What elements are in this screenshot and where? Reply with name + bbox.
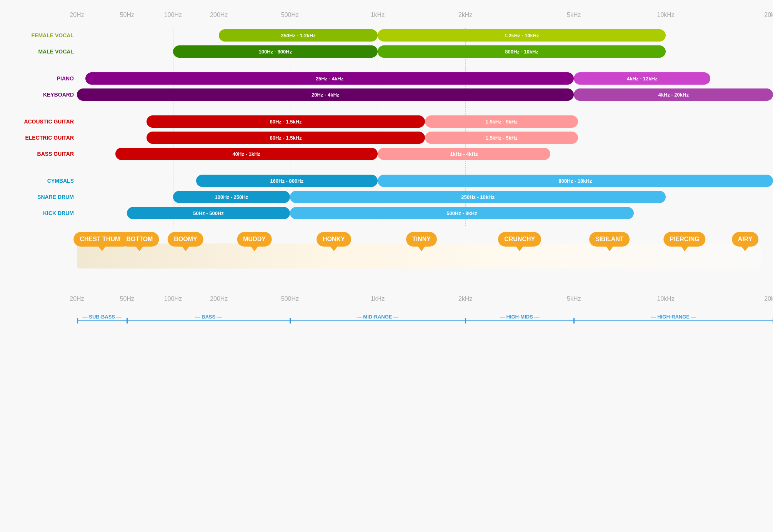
bottom-freq-label: 500Hz — [281, 295, 299, 302]
tone-bubble-tail — [681, 247, 688, 251]
bar-segment: 80Hz - 1.5kHz — [147, 132, 425, 144]
range-label: — MID-RANGE — — [357, 314, 398, 320]
bar-segment: 100Hz - 250Hz — [173, 191, 290, 203]
tone-bubble-label: AIRY — [732, 232, 759, 247]
instrument-label: FEMALE VOCAL — [32, 32, 74, 38]
group-spacer — [8, 60, 765, 71]
bar-segment: 800Hz - 10kHz — [378, 45, 666, 58]
instrument-row: MALE VOCAL100Hz - 800Hz800Hz - 10kHz — [77, 44, 761, 59]
tone-bubble-tail — [98, 247, 105, 251]
tone-bubble-tail — [516, 247, 523, 251]
bottom-freq-label: 2kHz — [458, 295, 472, 302]
bar-segment: 160Hz - 800Hz — [196, 175, 378, 187]
instrument-row: KEYBOARD20Hz - 4kHz4kHz - 20kHz — [77, 87, 761, 102]
tone-bubble: SIBILANT — [589, 232, 630, 251]
instrument-label: PIANO — [57, 75, 74, 82]
tone-bubble: MUDDY — [237, 232, 272, 251]
bottom-freq-label: 20kHz — [764, 295, 773, 302]
tone-bubble-label: HONKY — [317, 232, 351, 247]
bar-segment: 1.5kHz - 5kHz — [425, 115, 578, 128]
bar-segment: 20Hz - 4kHz — [77, 88, 574, 101]
tone-bubble: BOOMY — [168, 232, 203, 251]
bar-segment: 25Hz - 4kHz — [85, 72, 574, 85]
instrument-rows: FEMALE VOCAL250Hz - 1.2kHz1.2kHz - 10kHz… — [8, 28, 765, 220]
group-spacer — [8, 103, 765, 114]
bottom-freq-label: 50Hz — [120, 295, 134, 302]
bottom-freq-label: 1kHz — [371, 295, 385, 302]
bottom-freq-label: 5kHz — [567, 295, 581, 302]
tone-bubble: BOTTOM — [120, 232, 159, 251]
bottom-freq-label: 200Hz — [210, 295, 228, 302]
tone-bubble-tail — [742, 247, 749, 251]
bar-segment: 50Hz - 500Hz — [127, 207, 290, 219]
bar-segment: 4kHz - 20kHz — [574, 88, 773, 101]
top-freq-label: 1kHz — [371, 12, 385, 18]
group-spacer — [8, 163, 765, 173]
instrument-label: ELECTRIC GUITAR — [25, 135, 74, 141]
tone-bubble: CRUNCHY — [498, 232, 541, 251]
range-arrow — [290, 320, 465, 321]
range-arrow — [127, 320, 290, 321]
tone-bubble-label: BOOMY — [168, 232, 203, 247]
instrument-row: SNARE DRUM100Hz - 250Hz250Hz - 10kHz — [77, 190, 761, 204]
top-freq-label: 20kHz — [764, 12, 773, 18]
top-freq-label: 50Hz — [120, 12, 134, 18]
bar-segment: 4kHz - 12kHz — [574, 72, 710, 85]
top-freq-axis: 20Hz50Hz100Hz200Hz500Hz1kHz2kHz5kHz10kHz… — [77, 12, 761, 25]
bottom-freq-label: 10kHz — [657, 295, 675, 302]
range-label: — HIGH-RANGE — — [651, 314, 696, 320]
instrument-label: ACOUSTIC GUITAR — [24, 118, 74, 125]
range-label: — BASS — — [195, 314, 222, 320]
top-freq-label: 2kHz — [458, 12, 472, 18]
main-chart: FEMALE VOCAL250Hz - 1.2kHz1.2kHz - 10kHz… — [8, 28, 765, 220]
instrument-row: BASS GUITAR40Hz - 1kHz1kHz - 4kHz — [77, 147, 761, 161]
bar-segment: 80Hz - 1.5kHz — [147, 115, 425, 128]
bar-segment: 40Hz - 1kHz — [115, 148, 378, 160]
tone-bubble-label: BOTTOM — [120, 232, 159, 247]
instrument-label: KEYBOARD — [43, 92, 74, 98]
tone-bubble-label: TINNY — [406, 232, 437, 247]
tone-bubble: PIERCING — [663, 232, 705, 251]
instrument-label: CYMBALS — [47, 178, 74, 184]
bar-segment: 500Hz - 8kHz — [290, 207, 634, 219]
tone-bubble-label: MUDDY — [237, 232, 272, 247]
instrument-row: CYMBALS160Hz - 800Hz800Hz - 18kHz — [77, 173, 761, 188]
bar-segment: 1.2kHz - 10kHz — [378, 29, 666, 42]
instrument-row: FEMALE VOCAL250Hz - 1.2kHz1.2kHz - 10kHz — [77, 28, 761, 43]
instrument-row: PIANO25Hz - 4kHz4kHz - 12kHz — [77, 71, 761, 86]
top-freq-label: 20Hz — [70, 12, 84, 18]
instrument-row: ACOUSTIC GUITAR80Hz - 1.5kHz1.5kHz - 5kH… — [77, 114, 761, 129]
bar-segment: 800Hz - 18kHz — [378, 175, 773, 187]
instrument-label: SNARE DRUM — [37, 194, 74, 200]
range-arrow — [77, 320, 127, 321]
tone-bubble-tail — [418, 247, 425, 251]
tone-bubble: TINNY — [406, 232, 437, 251]
tone-bubble-tail — [182, 247, 189, 251]
top-freq-label: 100Hz — [164, 12, 182, 18]
bar-segment: 1kHz - 4kHz — [378, 148, 550, 160]
instrument-row: ELECTRIC GUITAR80Hz - 1.5kHz1.5kHz - 5kH… — [77, 130, 761, 145]
instrument-label: KICK DRUM — [43, 210, 74, 216]
bar-segment: 1.5kHz - 5kHz — [425, 132, 578, 144]
instrument-label: BASS GUITAR — [37, 151, 74, 157]
bottom-freq-label: 20Hz — [70, 295, 84, 302]
bar-segment: 100Hz - 800Hz — [173, 45, 378, 58]
range-label: — HIGH-MIDS — — [500, 314, 540, 320]
tones-section: CHEST THUMPBOTTOMBOOMYMUDDYHONKYTINNYCRU… — [77, 228, 761, 290]
tone-bubble-label: CRUNCHY — [498, 232, 541, 247]
instrument-label: MALE VOCAL — [38, 48, 74, 55]
bar-segment: 250Hz - 1.2kHz — [219, 29, 378, 42]
tone-bubble-tail — [330, 247, 337, 251]
tone-bubble: HONKY — [317, 232, 351, 251]
tone-bubble-label: PIERCING — [663, 232, 705, 247]
tone-bubble-tail — [606, 247, 613, 251]
bottom-freq-label: 100Hz — [164, 295, 182, 302]
top-freq-label: 500Hz — [281, 12, 299, 18]
tone-bubble-label: SIBILANT — [589, 232, 630, 247]
range-label: — SUB-BASS — — [83, 314, 122, 320]
top-freq-label: 10kHz — [657, 12, 675, 18]
instrument-row: KICK DRUM50Hz - 500Hz500Hz - 8kHz — [77, 206, 761, 220]
chart-container: 20Hz50Hz100Hz200Hz500Hz1kHz2kHz5kHz10kHz… — [0, 0, 773, 333]
bar-segment: 250Hz - 10kHz — [290, 191, 666, 203]
bottom-axis: 20Hz50Hz100Hz200Hz500Hz1kHz2kHz5kHz10kHz… — [77, 295, 761, 309]
